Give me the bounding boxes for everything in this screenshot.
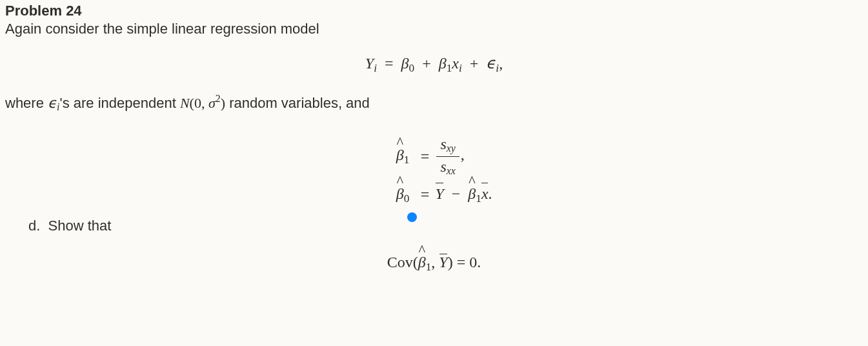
subpart-label: d.: [28, 218, 40, 234]
b1hat-sym: β: [396, 147, 404, 163]
s-num: s: [440, 136, 446, 152]
where-pre: where: [5, 95, 48, 111]
sxy-over-sxx: sxy sxx: [436, 135, 459, 177]
cov-eq0: = 0.: [453, 254, 481, 270]
model-b0-sub: 0: [409, 62, 415, 74]
b1-eq: =: [414, 145, 435, 168]
dist-close: ): [221, 95, 225, 111]
intro-text: Again consider the simple linear regress…: [5, 21, 863, 37]
dist-N: N: [180, 95, 190, 111]
model-x-sub: i: [459, 62, 462, 74]
minus: −: [452, 185, 461, 202]
b0-eq: =: [414, 183, 435, 206]
s-num-sub: xy: [447, 143, 456, 154]
where-eps: ϵ: [48, 95, 57, 111]
sigma: σ: [208, 95, 216, 111]
cov-ybar: Y: [439, 254, 447, 270]
subpart-text: Show that: [48, 218, 112, 234]
cov-open: (: [413, 254, 418, 270]
dist-open: (0,: [190, 95, 208, 111]
model-Y: Y: [365, 55, 374, 72]
model-equation: Yi = β0 + β1xi + ϵi,: [5, 54, 863, 75]
xbar: x: [481, 185, 489, 202]
model-b0: β: [401, 55, 409, 72]
b1hat-sub: 1: [404, 154, 410, 166]
where-post1: 's are independent: [59, 95, 179, 111]
s-den-sub: xx: [447, 165, 456, 176]
problem-title: Problem 24: [5, 3, 863, 19]
s-den: s: [440, 158, 446, 175]
subpart-d: d. Show that: [28, 218, 863, 234]
estimator-equations: β1 = sxy sxx , β0 = Y − β1x.: [5, 130, 863, 212]
model-trail: ,: [499, 55, 503, 72]
where-line: where ϵi's are independent N(0, σ2) rand…: [5, 93, 863, 113]
model-b1: β: [439, 55, 447, 72]
b1r-sub: 1: [476, 192, 481, 205]
sigma-sq: 2: [216, 93, 221, 104]
cov-close: ): [448, 254, 453, 270]
b0hat-sym: β: [396, 185, 404, 202]
model-Y-sub: i: [374, 62, 377, 74]
cursor-dot-icon: [407, 212, 417, 222]
b0hat-sub: 0: [404, 192, 410, 205]
ybar: Y: [435, 185, 443, 202]
cov-equation: Cov(β1, Y) = 0.: [5, 254, 863, 274]
cov-b1: β: [418, 254, 426, 270]
cov-comma: ,: [431, 254, 439, 270]
model-x: x: [452, 55, 459, 72]
b0-trail: .: [489, 185, 492, 202]
b1-trail: ,: [461, 146, 465, 163]
cov-fn: Cov: [387, 254, 413, 270]
beta0-hat-eq: β0 = Y − β1x.: [376, 182, 492, 207]
b1r-sym: β: [468, 185, 476, 202]
document-page: Problem 24 Again consider the simple lin…: [0, 0, 868, 274]
model-eps: ϵ: [486, 55, 496, 72]
where-post2: random variables, and: [225, 95, 370, 111]
